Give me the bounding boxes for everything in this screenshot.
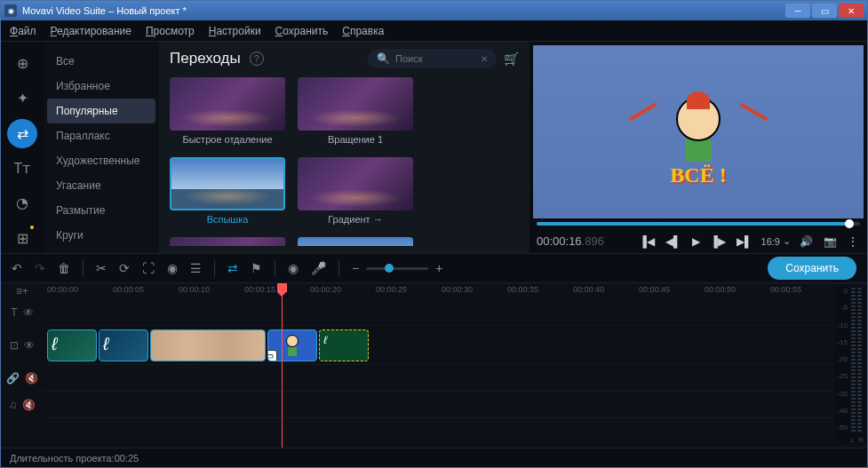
- more-icon[interactable]: ⋮: [846, 235, 860, 248]
- rotate-button[interactable]: ⟳: [119, 261, 130, 275]
- statusbar: Длительность проекта: 00:25: [1, 448, 867, 467]
- color-button[interactable]: ◉: [167, 261, 178, 275]
- mute-icon[interactable]: 🔇: [22, 399, 36, 411]
- timecode: 00:00:16.896: [537, 234, 604, 248]
- timeline[interactable]: 00:00:00 00:00:05 00:00:10 00:00:15 00:0…: [44, 283, 833, 448]
- stickers-tool[interactable]: ◔: [7, 188, 37, 218]
- titlebar: ◉ Movavi Video Suite – Новый проект * ─ …: [1, 1, 867, 20]
- transition-label: Вращение 1: [298, 134, 413, 145]
- play-button[interactable]: ▶: [690, 235, 702, 248]
- text-track[interactable]: [44, 299, 833, 326]
- preview-progress[interactable]: [537, 222, 860, 226]
- preview-video[interactable]: ВСЁ !: [533, 45, 864, 218]
- transition-item[interactable]: Быстрое отдаление: [170, 77, 285, 145]
- next-frame-button[interactable]: ▐▶: [709, 235, 729, 248]
- transition-label: Градиент →: [298, 214, 413, 225]
- cat-artistic[interactable]: Художественные: [44, 148, 159, 173]
- tool-sidebar: ⊕ ✦ ⇄ Tᴛ ◔ ⊞: [1, 42, 44, 253]
- zoom-out-button[interactable]: −: [352, 261, 359, 275]
- transitions-tool[interactable]: ⇄: [7, 119, 37, 148]
- adjust-button[interactable]: ☰: [190, 261, 202, 275]
- playhead[interactable]: [282, 283, 283, 448]
- search-field[interactable]: 🔍 ✕: [368, 49, 497, 68]
- titles-tool[interactable]: Tᴛ: [7, 154, 37, 183]
- cat-all[interactable]: Все: [44, 49, 159, 74]
- record-audio-button[interactable]: 🎤: [311, 261, 326, 275]
- audio-track-icon[interactable]: ♫: [9, 399, 17, 411]
- cat-parallax[interactable]: Параллакс: [44, 123, 159, 148]
- transitions-panel: Переходы ? 🔍 ✕ 🛒 Быс: [159, 42, 530, 253]
- menu-settings[interactable]: Настройки: [209, 25, 261, 37]
- transition-item[interactable]: Кен Бернс - плавно: [298, 237, 413, 246]
- prev-frame-button[interactable]: ◀▌: [664, 235, 683, 248]
- transition-label: Вспышка: [170, 214, 285, 225]
- text-track-icon[interactable]: T: [11, 306, 17, 319]
- audio-track[interactable]: [44, 392, 833, 418]
- delete-button[interactable]: 🗑: [58, 261, 70, 275]
- clip[interactable]: ⊂⊃: [267, 329, 317, 361]
- import-tool[interactable]: ⊕: [7, 49, 37, 78]
- cat-favorites[interactable]: Избранное: [44, 74, 159, 99]
- mute-icon[interactable]: 🔇: [25, 372, 38, 385]
- record-video-button[interactable]: ◉: [288, 261, 299, 275]
- clip[interactable]: [150, 329, 266, 361]
- transition-props-button[interactable]: ⇄: [227, 261, 238, 275]
- snapshot-icon[interactable]: 📷: [822, 235, 839, 248]
- clear-icon[interactable]: ✕: [481, 54, 488, 64]
- menu-file[interactable]: Файл: [10, 25, 36, 37]
- transition-item[interactable]: Вращение 1: [298, 77, 413, 145]
- status-label: Длительность проекта:: [10, 453, 115, 464]
- menu-save[interactable]: Сохранить: [275, 25, 329, 37]
- search-input[interactable]: [395, 53, 475, 64]
- transition-item[interactable]: Градиент →: [298, 157, 413, 225]
- transition-thumb: [170, 77, 285, 131]
- timeline-ruler[interactable]: 00:00:00 00:00:05 00:00:10 00:00:15 00:0…: [44, 283, 833, 299]
- split-button[interactable]: ✂: [96, 261, 107, 275]
- redo-button[interactable]: ↷: [35, 261, 45, 275]
- transition-thumb: [298, 157, 413, 210]
- aspect-ratio-select[interactable]: 16:9 ⌄: [761, 235, 791, 247]
- crop-button[interactable]: ⛶: [142, 261, 155, 275]
- transition-item-selected[interactable]: Вспышка: [170, 157, 285, 225]
- marker-button[interactable]: ⚑: [251, 261, 262, 275]
- more-tool[interactable]: ⊞: [7, 224, 37, 253]
- preview-overlay-text: ВСЁ !: [670, 163, 726, 187]
- audio-meter: 0 -5 -10 -15 -20 -25 -30 -40 -50 LR: [835, 287, 865, 444]
- zoom-slider[interactable]: [366, 267, 428, 270]
- transition-thumb: [170, 157, 285, 210]
- category-list: Все Избранное Популярные Параллакс Худож…: [44, 42, 159, 253]
- filters-tool[interactable]: ✦: [7, 83, 37, 113]
- next-clip-button[interactable]: ▶▌: [735, 235, 754, 248]
- panel-title: Переходы: [170, 50, 241, 67]
- add-track-icon[interactable]: ≡+: [16, 285, 28, 297]
- visibility-icon[interactable]: 👁: [23, 306, 34, 319]
- volume-icon[interactable]: 🔊: [798, 235, 815, 248]
- clip[interactable]: ℓ: [99, 329, 148, 361]
- clip[interactable]: ℓ: [47, 329, 97, 361]
- export-button[interactable]: Сохранить: [768, 257, 856, 280]
- maximize-button[interactable]: ▭: [812, 4, 837, 18]
- linked-audio-track[interactable]: [44, 365, 833, 392]
- cart-icon[interactable]: 🛒: [504, 52, 519, 66]
- menu-help[interactable]: Справка: [342, 25, 384, 37]
- menu-edit[interactable]: Редактирование: [51, 25, 131, 37]
- prev-clip-button[interactable]: ▐◀: [638, 235, 657, 248]
- video-track[interactable]: ℓ ℓ ⊂⊃ ℓ: [44, 326, 833, 365]
- link-track-icon[interactable]: 🔗: [6, 372, 20, 385]
- status-value: 00:25: [115, 453, 139, 464]
- transition-badge[interactable]: ⊂⊃: [267, 350, 277, 361]
- cat-circles[interactable]: Круги: [44, 223, 159, 248]
- clip[interactable]: ℓ: [319, 329, 369, 361]
- menu-view[interactable]: Просмотр: [146, 25, 195, 37]
- close-button[interactable]: ✕: [839, 4, 864, 18]
- visibility-icon[interactable]: 👁: [24, 339, 35, 352]
- cat-blur[interactable]: Размытие: [44, 198, 159, 223]
- cat-fade[interactable]: Угасание: [44, 173, 159, 198]
- video-track-icon[interactable]: ⊡: [10, 339, 19, 352]
- help-icon[interactable]: ?: [250, 52, 264, 66]
- cat-popular[interactable]: Популярные: [47, 99, 155, 123]
- minimize-button[interactable]: ─: [785, 4, 810, 18]
- zoom-in-button[interactable]: +: [435, 261, 442, 275]
- transition-item[interactable]: Затемнение: [170, 237, 285, 246]
- undo-button[interactable]: ↶: [12, 261, 22, 275]
